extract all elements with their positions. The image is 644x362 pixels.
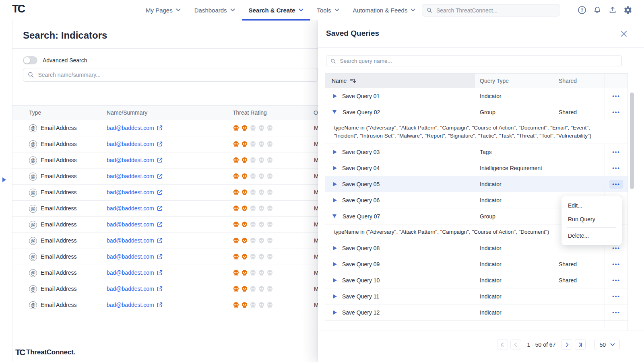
indicator-table-row[interactable]: @ Email Address bad@baddest.com M [12,233,318,249]
advanced-search-toggle[interactable] [23,56,37,64]
query-search[interactable] [326,56,622,66]
external-link-icon[interactable] [157,157,163,163]
row-actions-menu-icon[interactable]: ••• [609,292,623,301]
row-actions-menu-icon[interactable]: ••• [609,276,623,285]
indicator-summary-link[interactable]: bad@baddest.com [107,286,163,292]
external-link-icon[interactable] [157,286,163,292]
indicator-summary-link[interactable]: bad@baddest.com [107,237,163,244]
row-actions-menu-icon[interactable]: ••• [609,92,623,101]
nav-item-tools[interactable]: Tools [310,0,346,20]
indicator-table-row[interactable]: @ Email Address bad@baddest.com M [12,185,318,201]
saved-query-row[interactable]: Save Query 05 Indicator ••• [325,176,627,192]
external-link-icon[interactable] [157,270,163,276]
row-actions-menu-icon[interactable]: ••• [609,308,623,317]
indicator-table-row[interactable]: @ Email Address bad@baddest.com M [12,201,318,217]
indicator-search-input[interactable] [37,71,313,78]
expand-row-icon[interactable] [333,94,337,98]
global-search-input[interactable] [436,7,555,14]
nav-item-dashboards[interactable]: Dashboards [188,0,242,20]
indicator-summary-link[interactable]: bad@baddest.com [107,221,163,228]
column-header-name[interactable]: Name [325,74,475,88]
help-icon[interactable]: ? [577,5,587,15]
share-upload-icon[interactable] [608,5,617,15]
external-link-icon[interactable] [157,206,163,211]
side-panel-expander-icon[interactable] [2,177,6,182]
indicator-summary-link[interactable]: bad@baddest.com [107,157,163,163]
indicator-summary-link[interactable]: bad@baddest.com [107,269,163,276]
saved-query-row[interactable]: Save Query 04 Intelligence Requirement •… [325,160,627,176]
menu-item-edit[interactable]: Edit... [561,199,622,212]
indicator-search[interactable] [23,68,318,82]
indicator-summary-link[interactable]: bad@baddest.com [107,253,163,260]
saved-query-row[interactable]: Save Query 11 Indicator ••• [325,288,627,304]
menu-item-delete[interactable]: Delete... [561,229,622,243]
indicator-summary-link[interactable]: bad@baddest.com [107,189,163,195]
saved-query-row[interactable]: Save Query 10 Indicator Shared ••• [325,272,627,288]
menu-item-run-query[interactable]: Run Query [561,212,622,226]
indicator-table-row[interactable]: @ Email Address bad@baddest.com M [12,120,318,136]
nav-item-search-create[interactable]: Search & Create [242,0,310,20]
last-page-button[interactable] [575,339,586,350]
row-actions-menu-icon[interactable]: ••• [609,148,623,156]
indicator-table-row[interactable]: @ Email Address bad@baddest.com M [12,152,318,169]
threatconnect-logo-icon[interactable]: TC [12,3,24,15]
row-actions-menu-icon[interactable]: ••• [609,180,623,189]
query-search-input[interactable] [339,58,617,64]
external-link-icon[interactable] [157,125,163,131]
indicator-table-row[interactable]: @ Email Address bad@baddest.com M [12,169,318,185]
saved-query-row[interactable]: Save Query 01 Indicator ••• [325,88,627,104]
page-size-select[interactable]: 50 [594,339,620,350]
saved-query-row[interactable]: Save Query 09 Indicator Shared ••• [325,256,627,272]
next-page-button[interactable] [561,339,572,350]
saved-query-row[interactable]: Save Query 02 Group Shared ••• [325,104,627,120]
expand-row-icon[interactable] [333,278,337,282]
panel-scrollbar-thumb[interactable] [630,93,634,189]
column-header-query-type[interactable]: Query Type [475,74,554,88]
saved-query-row[interactable]: Save Query 03 Tags ••• [325,144,627,160]
collapse-row-icon[interactable] [332,214,336,218]
settings-gear-icon[interactable] [623,5,633,15]
expand-row-icon[interactable] [333,294,337,298]
row-actions-menu-icon[interactable]: ••• [609,108,623,117]
nav-item-automation-feeds[interactable]: Automation & Feeds [346,0,423,20]
indicator-summary-link[interactable]: bad@baddest.com [107,173,163,179]
external-link-icon[interactable] [157,238,163,243]
email-address-icon: @ [29,253,37,261]
expand-row-icon[interactable] [333,182,337,186]
email-address-icon: @ [29,140,37,148]
expand-row-icon[interactable] [333,262,337,266]
external-link-icon[interactable] [157,222,163,227]
indicator-table-row[interactable]: @ Email Address bad@baddest.com M [12,136,318,152]
indicator-table-row[interactable]: @ Email Address bad@baddest.com M [12,217,318,233]
column-header-shared[interactable]: Shared [554,74,605,88]
indicator-summary-link[interactable]: bad@baddest.com [107,141,163,147]
saved-query-row[interactable]: Save Query 12 Indicator ••• [325,304,627,321]
expand-row-icon[interactable] [333,311,337,315]
external-link-icon[interactable] [157,302,163,308]
previous-page-button[interactable] [510,339,521,350]
first-page-button[interactable] [497,339,508,350]
indicator-table-row[interactable]: @ Email Address bad@baddest.com M [12,297,318,313]
expand-row-icon[interactable] [333,166,337,170]
indicator-summary-link[interactable]: bad@baddest.com [107,302,163,308]
external-link-icon[interactable] [157,189,163,195]
indicator-table-row[interactable]: @ Email Address bad@baddest.com M [12,265,318,281]
global-search[interactable] [422,4,560,16]
row-actions-menu-icon[interactable]: ••• [609,260,623,269]
external-link-icon[interactable] [157,254,163,259]
collapse-row-icon[interactable] [332,110,336,114]
close-icon[interactable] [619,29,629,39]
indicator-summary-link[interactable]: bad@baddest.com [107,125,163,131]
external-link-icon[interactable] [157,173,163,179]
row-actions-menu-icon[interactable]: ••• [609,164,623,173]
indicator-summary-link[interactable]: bad@baddest.com [107,205,163,212]
sort-descending-icon[interactable] [350,78,356,84]
notifications-bell-icon[interactable] [592,5,602,15]
indicator-table-row[interactable]: @ Email Address bad@baddest.com M [12,249,318,265]
expand-row-icon[interactable] [333,246,337,250]
expand-row-icon[interactable] [333,198,337,202]
external-link-icon[interactable] [157,141,163,147]
indicator-table-row[interactable]: @ Email Address bad@baddest.com M [12,281,318,297]
nav-item-my-pages[interactable]: My Pages [139,0,188,20]
expand-row-icon[interactable] [333,150,337,154]
